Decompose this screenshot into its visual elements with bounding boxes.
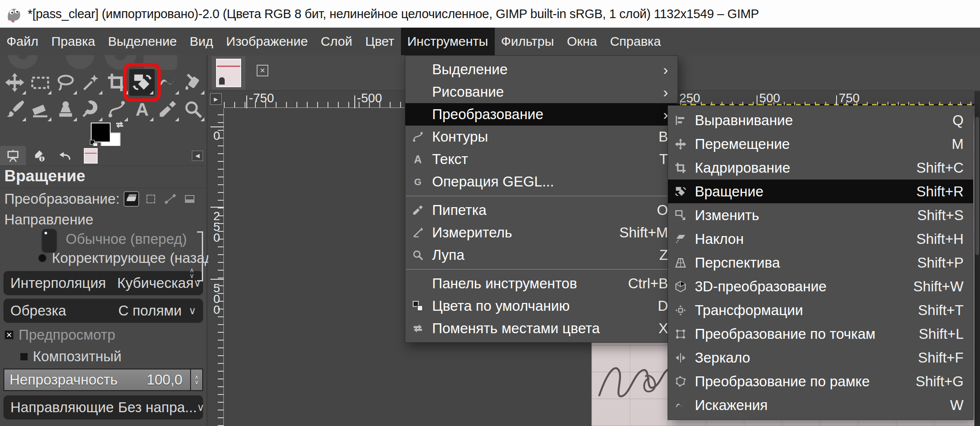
preview-checkbox-row[interactable]: ✕ Предпросмотр (0, 325, 207, 344)
menubar-item[interactable]: Изображение (220, 28, 314, 55)
menu-item-icon (675, 162, 686, 174)
menu-item[interactable]: Контуры B (405, 126, 678, 148)
menu-item-label: Поменять местами цвета (432, 320, 600, 337)
bucket-fill-tool[interactable] (180, 69, 206, 96)
selection-icon (146, 195, 155, 203)
fifteen-degrees-checkbox-row[interactable]: 15 градусов (Shift) (0, 422, 207, 426)
image-tab-close-button[interactable]: ✕ (257, 65, 268, 76)
vertical-scrollbar[interactable] (974, 91, 980, 426)
move-tool[interactable] (2, 69, 27, 96)
transform-selection-button[interactable] (143, 191, 159, 207)
menubar-item[interactable]: Файл (0, 28, 45, 55)
tab-image-thumbnail[interactable] (78, 146, 104, 165)
clipping-dropdown[interactable]: Обрезка С полями ∨ (3, 299, 203, 323)
rotate-tool[interactable] (129, 69, 155, 96)
dock-tab-thumbnail (84, 148, 98, 164)
composited-checkbox-row[interactable]: Композитный (0, 347, 207, 366)
menu-item-shortcut: Shift+M (619, 224, 668, 241)
guides-dropdown[interactable]: Направляющие Без напра... ∨ (3, 395, 203, 420)
menu-item[interactable]: Рисование › (405, 81, 678, 103)
menu-item[interactable]: Искажения W (668, 393, 973, 417)
menu-item[interactable]: Преобразование по рамке Shift+G (668, 369, 973, 393)
ruler-label: 500 (757, 91, 780, 105)
opacity-spinner[interactable]: ∧∨ (190, 369, 202, 390)
menu-item[interactable]: Лупа Z (405, 244, 678, 266)
menu-item[interactable]: Перспектива Shift+P (668, 251, 973, 275)
radio-icon[interactable] (38, 254, 47, 262)
menu-item[interactable] (406, 196, 677, 196)
smudge-tool[interactable] (78, 96, 104, 123)
menu-item-shortcut: D (658, 298, 668, 314)
swap-colors-icon[interactable] (115, 120, 124, 129)
menubar-item[interactable]: Справка (604, 28, 668, 55)
menu-item[interactable]: Панель инструментов Ctrl+B (405, 272, 678, 295)
paintbrush-tool[interactable] (2, 96, 27, 123)
free-select-tool[interactable] (53, 69, 78, 96)
transform-image-button[interactable] (182, 191, 197, 207)
crop-tool[interactable] (104, 69, 129, 96)
menu-item[interactable]: Пипетка O (405, 199, 678, 221)
rectangle-select-tool[interactable] (27, 69, 53, 96)
tab-undo-history[interactable] (52, 146, 78, 165)
menu-item[interactable]: 3D-преобразование Shift+W (668, 275, 973, 298)
menu-item-icon (675, 400, 686, 411)
checkbox-checked-icon[interactable]: ✕ (4, 330, 14, 340)
menu-item[interactable]: Выравнивание Q (668, 108, 973, 132)
paths-tool[interactable] (104, 96, 129, 123)
transform-layer-button[interactable] (124, 191, 139, 207)
tab-tool-options[interactable] (0, 146, 26, 165)
menu-item[interactable]: Преобразование › (405, 103, 678, 126)
fuzzy-select-tool[interactable] (78, 69, 104, 96)
text-tool[interactable] (129, 96, 155, 123)
color-picker-tool[interactable] (155, 96, 180, 123)
tab-device-status[interactable] (26, 146, 52, 165)
menubar-item[interactable]: Цвет (359, 28, 401, 55)
default-colors-icon[interactable] (90, 140, 99, 146)
menubar-item[interactable]: Слой (314, 28, 359, 55)
menu-item[interactable]: Цвета по умолчанию D (405, 295, 678, 317)
menu-item-shortcut: Shift+R (916, 183, 964, 200)
menu-item[interactable]: Операция GEGL... (405, 170, 678, 193)
menu-item[interactable]: Наклон Shift+H (668, 227, 973, 251)
vertical-ruler[interactable]: 0250500 (208, 108, 224, 426)
menubar-item[interactable]: Окна (560, 28, 604, 55)
image-tab[interactable] (212, 56, 245, 90)
menu-item[interactable]: Поменять местами цвета X (405, 317, 678, 340)
opacity-slider[interactable]: Непрозрачность 100,0 ∧∨ (3, 369, 203, 391)
panel-collapse-button[interactable]: ◀ (192, 151, 203, 161)
menubar-item[interactable]: Вид (183, 28, 220, 55)
transform-submenu: Выравнивание Q Перемещение M Кадрировани… (668, 105, 974, 420)
interpolation-dropdown[interactable]: Интерполяция Кубическая ∨ (3, 271, 203, 295)
link-arrows-icon[interactable]: ∧∨ (188, 251, 195, 294)
menubar-item[interactable]: Правка (45, 28, 102, 55)
direction-normal-option[interactable]: Обычное (вперед) (0, 230, 207, 249)
tool-icon (158, 100, 177, 119)
scrollbar-thumb[interactable] (975, 117, 979, 255)
transform-path-button[interactable] (162, 191, 178, 207)
menu-item[interactable]: Выделение › (405, 58, 678, 81)
gimp-app-icon (3, 4, 23, 24)
menu-item-icon (675, 139, 686, 150)
menu-item[interactable]: Измеритель Shift+M (405, 221, 678, 244)
warp-tool[interactable] (155, 69, 180, 96)
menu-item[interactable] (406, 269, 677, 270)
eraser-tool[interactable] (27, 96, 53, 123)
menu-item[interactable]: Перемещение M (668, 132, 973, 156)
zoom-tool[interactable] (180, 96, 206, 123)
clone-tool[interactable] (53, 96, 78, 123)
menu-item[interactable]: Вращение Shift+R (668, 180, 973, 203)
checkbox-icon[interactable] (20, 353, 28, 361)
menubar-item[interactable]: Фильтры (495, 28, 560, 55)
direction-corrective-option[interactable]: Корректирующее (назад) ∧∨ (0, 249, 207, 268)
ruler-corner-button[interactable]: ▶ (210, 93, 222, 105)
menu-item[interactable]: Изменить Shift+S (668, 203, 973, 227)
menubar-item[interactable]: Выделение (102, 28, 183, 55)
ruler-label: -750 (246, 91, 274, 105)
menubar-item[interactable]: Инструменты (401, 28, 495, 55)
menu-item[interactable]: Зеркало Shift+F (668, 346, 973, 369)
menu-item[interactable]: Кадрирование Shift+C (668, 156, 973, 180)
menu-item-label: Цвета по умолчанию (432, 298, 570, 314)
menu-item[interactable]: Трансформации Shift+T (668, 298, 973, 322)
menu-item[interactable]: Текст T (405, 148, 678, 170)
menu-item[interactable]: Преобразование по точкам Shift+L (668, 322, 973, 346)
